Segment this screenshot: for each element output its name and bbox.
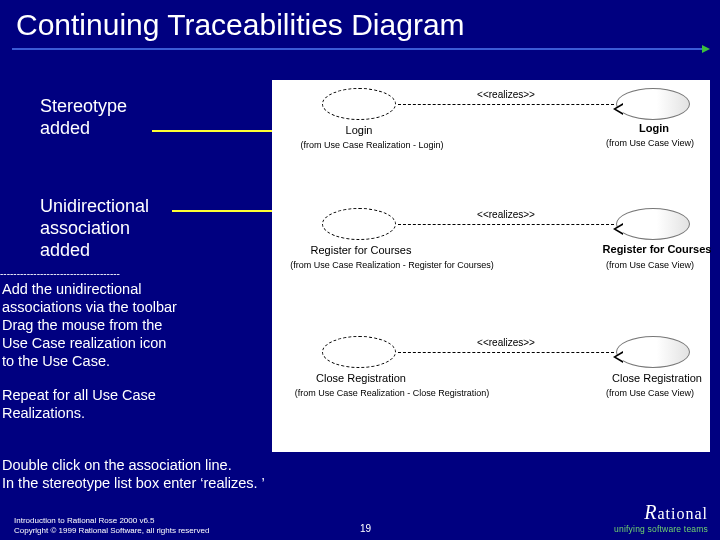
caption-unidirectional: Unidirectionalassociationadded bbox=[40, 195, 220, 261]
usecase-realization-login bbox=[322, 88, 396, 120]
from-login-usecase: (from Use Case View) bbox=[590, 138, 710, 148]
brand-tagline: unifying software teams bbox=[614, 524, 708, 534]
usecase-register bbox=[616, 208, 690, 240]
label-close-realization: Close Registration bbox=[286, 372, 436, 384]
usecase-close bbox=[616, 336, 690, 368]
label-login-realization: Login bbox=[302, 124, 416, 136]
footer-line1: Introduction to Rational Rose 2000 v6.5 bbox=[14, 516, 209, 526]
realizes-label: <<realizes>> bbox=[466, 89, 546, 100]
rational-logo: RRationalational unifying software teams bbox=[614, 501, 708, 534]
realizes-arrow-close bbox=[398, 352, 614, 353]
from-login-realization: (from Use Case Realization - Login) bbox=[272, 140, 472, 150]
label-close-usecase: Close Registration bbox=[582, 372, 720, 384]
from-register-realization: (from Use Case Realization - Register fo… bbox=[262, 260, 522, 270]
footer-copyright: Introduction to Rational Rose 2000 v6.5 … bbox=[14, 516, 209, 536]
usecase-realization-register bbox=[322, 208, 396, 240]
realizes-label: <<realizes>> bbox=[466, 337, 546, 348]
instruction-stereotype-entry: Double click on the association line.In … bbox=[2, 456, 702, 492]
brand-text: RRationalational bbox=[614, 501, 708, 524]
title-underline bbox=[12, 48, 708, 54]
slide-title: Continuing Traceabilities Diagram bbox=[16, 8, 465, 42]
page-number: 19 bbox=[360, 523, 371, 534]
divider-dashes: ------------------------------------ bbox=[0, 268, 250, 279]
instruction-add-associations: Add the unidirectional associations via … bbox=[2, 280, 262, 370]
usecase-login bbox=[616, 88, 690, 120]
caption-stereotype: Stereotypeadded bbox=[40, 95, 220, 139]
arrow-icon bbox=[702, 45, 710, 53]
label-register-realization: Register for Courses bbox=[286, 244, 436, 256]
usecase-realization-close bbox=[322, 336, 396, 368]
realizes-arrow-login bbox=[398, 104, 614, 105]
diagram-panel: <<realizes>> Login (from Use Case Realiz… bbox=[272, 80, 710, 452]
realizes-arrow-register bbox=[398, 224, 614, 225]
instruction-repeat: Repeat for all Use CaseRealizations. bbox=[2, 386, 262, 422]
realizes-label: <<realizes>> bbox=[466, 209, 546, 220]
from-close-realization: (from Use Case Realization - Close Regis… bbox=[262, 388, 522, 398]
from-close-usecase: (from Use Case View) bbox=[590, 388, 710, 398]
footer-line2: Copyright © 1999 Rational Software, all … bbox=[14, 526, 209, 536]
label-register-usecase: Register for Courses bbox=[582, 243, 720, 255]
from-register-usecase: (from Use Case View) bbox=[590, 260, 710, 270]
label-login-usecase: Login bbox=[602, 122, 706, 134]
